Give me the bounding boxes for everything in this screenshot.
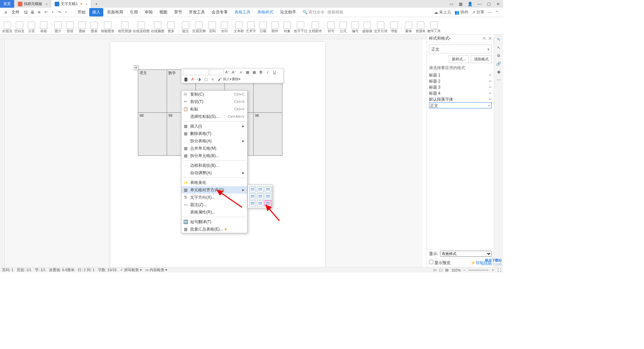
status-pages[interactable]: 页面: 1/1	[17, 267, 31, 272]
align-bottom-left[interactable]	[249, 200, 256, 206]
merge-icon[interactable]: ▦	[245, 69, 251, 75]
zoom-out-icon[interactable]: −	[464, 268, 466, 272]
user-icon[interactable]: 👤	[467, 2, 473, 6]
ribbon-tab[interactable]: 开发工具	[186, 8, 208, 16]
preview-checkbox[interactable]: 显示预览	[429, 260, 450, 266]
ribbon-button[interactable]: 水印	[219, 21, 230, 33]
italic-icon[interactable]: I	[265, 69, 271, 75]
style-item[interactable]: 标题 1↵	[429, 72, 492, 78]
new-tab-button[interactable]: ＋	[91, 0, 102, 8]
ribbon-button[interactable]: 图片	[53, 21, 63, 33]
ribbon-button[interactable]: 文本框	[233, 21, 244, 33]
align-top-center[interactable]	[257, 186, 264, 192]
ribbon-tab[interactable]: 论文助手	[277, 8, 299, 16]
search-template[interactable]: 搜索模板	[327, 9, 343, 15]
shading-icon[interactable]: ◑	[196, 76, 202, 82]
grid-icon[interactable]: ▦	[458, 2, 464, 6]
cell[interactable]: 语文	[138, 70, 167, 113]
context-menu-item[interactable]: 自动调整(A)▶	[181, 169, 247, 177]
context-menu-item[interactable]: ▦单元格对齐方式(G)▶	[181, 186, 247, 194]
ribbon-button[interactable]: 在线脑图	[151, 21, 164, 33]
align-top-right[interactable]	[265, 186, 271, 192]
context-menu-item[interactable]: ✂剪切(T)Ctrl+X	[181, 98, 247, 105]
context-menu-item[interactable]: ✨表格美化	[181, 179, 247, 186]
ribbon-button[interactable]: 交叉引用	[374, 21, 387, 33]
ribbon-tab[interactable]: 引用	[127, 8, 141, 16]
context-menu-item[interactable]: ▦插入(I)▶	[181, 122, 247, 130]
ribbon-button[interactable]: 表格	[38, 21, 49, 33]
save-icon[interactable]: 🖫	[23, 9, 29, 15]
style-item[interactable]: 正文↵	[429, 102, 492, 108]
ribbon-button[interactable]: 页码	[207, 21, 218, 33]
ribbon-button[interactable]: 页眉页脚	[192, 21, 206, 33]
ribbon-tab[interactable]: 审阅	[142, 8, 156, 16]
ribbon-button[interactable]: 首字下沉	[294, 21, 307, 33]
ribbon-button[interactable]: 稻壳资源	[118, 21, 131, 33]
ribbon-tab[interactable]: 页面布局	[104, 8, 126, 16]
context-menu-item[interactable]: ▦删除表格(T)	[181, 130, 247, 137]
collab-button[interactable]: 👥 协作	[454, 9, 469, 15]
ribbon-tab[interactable]: 插入	[89, 8, 103, 16]
format-painter-icon[interactable]: 🖌	[216, 76, 222, 82]
view-web-icon[interactable]: ▤	[445, 268, 448, 272]
share-button[interactable]: ↗ 分享	[472, 9, 484, 15]
style-item[interactable]: 标题 4↵	[429, 90, 492, 96]
context-menu-item[interactable]: ▦合并单元格(M)	[181, 145, 247, 152]
undo-dropdown[interactable]: ▾	[50, 9, 56, 15]
redo-dropdown[interactable]: ▾	[63, 9, 69, 15]
tab-templates[interactable]: 找稻壳模板×	[14, 0, 51, 8]
ribbon-button[interactable]: 更多	[166, 21, 176, 33]
layout-icon[interactable]: ▭	[448, 2, 454, 6]
ribbon-button[interactable]: 批注	[180, 21, 191, 33]
font-family-input[interactable]	[183, 69, 209, 75]
shield-icon[interactable]: ◉	[497, 69, 500, 74]
ribbon-tab[interactable]: 章节	[171, 8, 185, 16]
status-position[interactable]: 设置值: 6.8厘米	[49, 267, 74, 272]
print-icon[interactable]: 🖶	[30, 9, 36, 15]
ribbon-button[interactable]: 教学工具	[427, 21, 441, 33]
context-menu-item[interactable]: 表格属性(R)...	[181, 208, 247, 216]
ribbon-button[interactable]: 编号	[350, 21, 361, 33]
fit-icon[interactable]: ⛶	[497, 268, 501, 272]
ribbon-button[interactable]: 图表	[89, 21, 100, 33]
border-icon[interactable]: ▢	[203, 76, 209, 82]
align-icon[interactable]: ≡	[210, 76, 216, 82]
view-print-icon[interactable]: ▭	[433, 268, 436, 272]
context-menu-item[interactable]: 🔤短句翻译(T)	[181, 218, 247, 226]
style-item[interactable]: 标题 2↵	[429, 78, 492, 84]
new-style-button[interactable]: 新样式...	[449, 55, 469, 63]
link-icon[interactable]: 🔗	[496, 61, 501, 66]
style-item[interactable]: 默认段落字体↵	[429, 96, 492, 102]
ribbon-button[interactable]: 附件	[270, 21, 280, 33]
pin-icon[interactable]: ⇱	[483, 36, 486, 41]
context-menu-item[interactable]: 选择性粘贴(S)...Ctrl+Alt+V	[181, 113, 247, 120]
ribbon-button[interactable]: 对象	[282, 21, 292, 33]
tab-home[interactable]: 首页	[0, 0, 14, 8]
context-menu-item[interactable]: 拆分表格(A)▶	[181, 137, 247, 145]
file-menu[interactable]: 文件	[10, 9, 21, 15]
more-tools-icon[interactable]: ⋯	[497, 78, 501, 82]
ribbon-tab[interactable]: 会员专享	[209, 8, 231, 16]
ribbon-tab[interactable]: 开始	[74, 8, 89, 16]
zoom-slider[interactable]	[468, 269, 488, 271]
context-menu-item[interactable]: ▦批量汇总表格(E)...●	[181, 226, 247, 233]
align-middle-center[interactable]	[257, 193, 264, 199]
ribbon-button[interactable]: 在线流程图	[133, 21, 150, 33]
status-rowcol[interactable]: 行: 2 列: 1	[78, 267, 95, 272]
cell[interactable]: 96	[254, 113, 282, 156]
shrink-font-icon[interactable]: A⁻	[231, 69, 237, 75]
ribbon-button[interactable]: 超链接	[362, 21, 373, 33]
align-middle-left[interactable]	[249, 193, 256, 199]
search-command[interactable]: 🔍 查找命令	[303, 9, 325, 15]
minimize-button[interactable]: —	[476, 2, 482, 6]
undo-icon[interactable]: ↶	[43, 9, 49, 15]
settings-icon[interactable]: ⚙	[497, 53, 500, 58]
tab-document[interactable]: 文字文稿1×	[51, 0, 91, 8]
close-panel-icon[interactable]: ✕	[488, 36, 492, 41]
current-style-box[interactable]: 正文▾	[429, 45, 492, 53]
ruler-vertical[interactable]	[0, 39, 5, 267]
ribbon-button[interactable]: 艺术字	[246, 21, 256, 33]
ribbon-tab[interactable]: 视图	[156, 8, 170, 16]
ribbon-button[interactable]: 智能图形	[101, 21, 114, 33]
ribbon-tab[interactable]: 表格样式	[254, 8, 276, 16]
